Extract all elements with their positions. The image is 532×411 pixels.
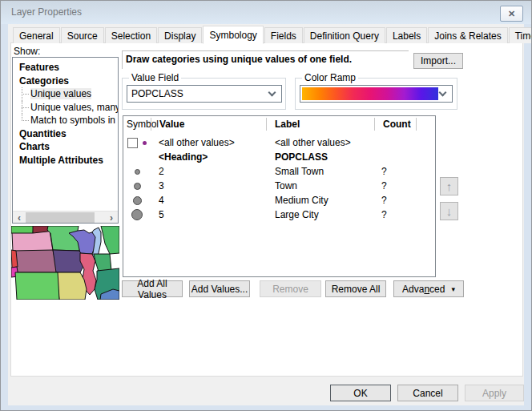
arrow-down-icon: ↓ — [446, 205, 453, 217]
advanced-button[interactable]: Advanced ▾ — [393, 280, 464, 297]
symbology-method-list: Features Categories Unique values Unique… — [12, 57, 119, 224]
chevron-down-icon — [439, 88, 447, 96]
table-body: <all other values> <all other values> <H… — [123, 132, 435, 222]
method-description: Draw categories using unique values of o… — [126, 54, 352, 65]
count-cell: ? — [374, 166, 416, 177]
table-row[interactable]: 4 Medium City ? — [123, 193, 435, 208]
add-all-values-button[interactable]: Add All Values — [122, 280, 183, 297]
apply-button[interactable]: Apply — [465, 385, 524, 401]
dropdown-arrow-icon: ▾ — [451, 285, 455, 293]
close-icon: ✕ — [508, 10, 515, 18]
tree-item-charts[interactable]: Charts — [13, 140, 118, 154]
color-ramp-label: Color Ramp — [302, 72, 358, 83]
tree-item-unique-values[interactable]: Unique values — [13, 87, 118, 101]
map-state — [12, 231, 53, 252]
scroll-left-icon[interactable]: ‹ — [13, 212, 26, 224]
map-state — [11, 226, 34, 233]
color-ramp-combo[interactable] — [300, 85, 453, 103]
show-label: Show: — [14, 46, 40, 57]
count-cell: ? — [374, 209, 416, 220]
tab-display[interactable]: Display — [158, 27, 202, 43]
value-cell: 2 — [151, 166, 266, 177]
count-cell: ? — [374, 195, 416, 206]
color-ramp-gradient — [302, 87, 438, 100]
symbol-dot[interactable] — [133, 196, 142, 205]
table-row[interactable]: 2 Small Town ? — [123, 164, 435, 179]
column-header-value[interactable]: Value — [151, 118, 266, 131]
label-cell: Medium City — [266, 195, 374, 206]
symbol-dot[interactable] — [135, 169, 140, 175]
tree-item-quantities[interactable]: Quantities — [13, 127, 118, 141]
tab-joins-relates[interactable]: Joins & Relates — [428, 27, 507, 43]
value-cell: 4 — [151, 195, 266, 206]
map-state — [101, 226, 119, 254]
map-state — [94, 254, 111, 272]
advanced-label: Adva — [402, 284, 424, 295]
value-field-combo[interactable]: POPCLASS — [127, 85, 282, 103]
close-button[interactable]: ✕ — [500, 6, 523, 22]
move-down-button[interactable]: ↓ — [440, 202, 458, 220]
advanced-label: ced — [429, 284, 445, 295]
tab-strip: General Source Selection Display Symbolo… — [13, 25, 532, 43]
tree-item-unique-values-many[interactable]: Unique values, many — [13, 101, 118, 115]
layer-properties-dialog: Layer Properties ✕ General Source Select… — [0, 0, 532, 411]
import-button[interactable]: Import... — [413, 53, 463, 69]
map-state — [56, 272, 87, 300]
table-row[interactable]: 5 Large City ? — [123, 208, 435, 222]
tab-definition-query[interactable]: Definition Query — [304, 27, 385, 43]
all-other-symbol-dot[interactable] — [143, 141, 147, 145]
scroll-thumb[interactable] — [26, 212, 95, 223]
map-state — [13, 250, 57, 272]
map-state — [15, 272, 59, 300]
tree-item-match-to-symbols[interactable]: Match to symbols in a — [13, 114, 118, 127]
value-cell: 5 — [151, 209, 266, 220]
chevron-down-icon — [268, 88, 276, 96]
column-header-symbol[interactable]: Symbol — [123, 118, 151, 131]
titlebar[interactable]: Layer Properties ✕ — [1, 1, 531, 24]
show-tree: Features Categories Unique values Unique… — [13, 58, 118, 167]
value-cell: 3 — [151, 180, 266, 191]
advanced-label: n — [424, 284, 429, 295]
label-cell: <all other values> — [266, 137, 374, 148]
column-header-label[interactable]: Label — [266, 118, 374, 131]
tab-source[interactable]: Source — [61, 27, 104, 43]
table-row[interactable]: <all other values> <all other values> — [123, 135, 435, 150]
tree-item-features[interactable]: Features — [13, 61, 118, 75]
tab-time[interactable]: Time — [509, 27, 532, 43]
tab-fields[interactable]: Fields — [264, 27, 303, 43]
value-cell: <Heading> — [151, 151, 266, 163]
table-row[interactable]: <Heading> POPCLASS — [123, 150, 435, 164]
value-cell: <all other values> — [151, 137, 266, 148]
table-header: Symbol Value Label Count — [123, 116, 435, 132]
map-preview — [11, 226, 119, 300]
symbol-dot[interactable] — [134, 183, 141, 190]
tab-labels[interactable]: Labels — [386, 27, 427, 43]
label-cell: Town — [266, 180, 374, 191]
label-cell: POPCLASS — [266, 151, 374, 163]
tab-symbology[interactable]: Symbology — [203, 26, 263, 44]
move-up-button[interactable]: ↑ — [440, 177, 458, 195]
tab-general[interactable]: General — [13, 27, 60, 43]
table-row[interactable]: 3 Town ? — [123, 179, 435, 193]
tab-selection[interactable]: Selection — [105, 27, 157, 43]
tree-item-categories[interactable]: Categories — [13, 75, 118, 88]
remove-button[interactable]: Remove — [260, 280, 321, 297]
cancel-button[interactable]: Cancel — [397, 385, 458, 401]
all-other-values-checkbox[interactable] — [127, 138, 138, 148]
arrow-up-icon: ↑ — [446, 180, 453, 192]
column-header-spacer — [416, 118, 435, 131]
ok-button[interactable]: OK — [330, 385, 391, 401]
scroll-right-icon[interactable]: › — [105, 212, 118, 224]
add-values-button[interactable]: Add Values... — [189, 280, 250, 297]
value-field-value: POPCLASS — [127, 88, 269, 99]
unique-values-table: Symbol Value Label Count <all other valu… — [123, 115, 436, 277]
count-cell: ? — [374, 180, 416, 191]
tree-item-multiple-attributes[interactable]: Multiple Attributes — [13, 154, 118, 167]
remove-all-button[interactable]: Remove All — [325, 280, 386, 297]
map-state — [53, 250, 84, 272]
window-title: Layer Properties — [11, 6, 82, 18]
symbol-dot[interactable] — [131, 209, 143, 220]
column-header-count[interactable]: Count — [374, 118, 416, 131]
tree-horizontal-scrollbar[interactable]: ‹ › — [13, 211, 118, 223]
label-cell: Small Town — [266, 166, 374, 177]
